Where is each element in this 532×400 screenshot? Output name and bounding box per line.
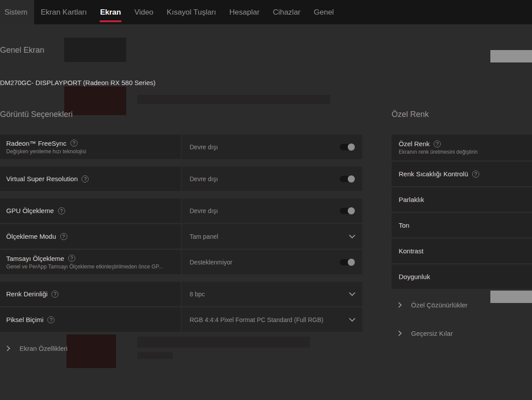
expander-label: Ekran Özellikleri [19,345,67,352]
integer-scaling-toggle[interactable] [340,259,354,265]
pixel-format-select[interactable]: RGB 4:4:4 Pixel Format PC Standard (Full… [182,307,362,332]
setting-row-color-depth: Renk Derinliği ? 8 bpc [0,282,362,306]
setting-row-scaling-mode: Ölçekleme Modu ? Tam panel [0,224,362,249]
tab-sistem[interactable]: Sistem [0,0,34,24]
tab-hesaplar[interactable]: Hesaplar [223,0,266,24]
setting-label: Ölçekleme Modu [6,233,56,240]
tab-video[interactable]: Video [128,0,160,24]
help-icon[interactable]: ? [82,175,89,183]
scaling-mode-select[interactable]: Tam panel [182,224,362,249]
setting-value: 8 bpc [190,291,205,298]
custom-color-list: Özel Renk ? Ekranın renk üretmesini deği… [392,135,532,290]
cut-off-button-top[interactable] [490,50,532,62]
setting-value: RGB 4:4:4 Pixel Format PC Standard (Full… [190,316,323,323]
background-artifact [137,337,310,348]
setting-row-integer-scaling: Tamsayı Ölçekleme ? Genel ve PerApp Tams… [0,250,362,274]
color-depth-label-cell: Renk Derinliği ? [0,282,181,306]
tab-kisayol-tuslari[interactable]: Kısayol Tuşları [160,0,223,24]
radeon-settings-window: Sistem Ekran Kartları Ekran Video Kısayo… [0,0,532,400]
main-nav: Sistem Ekran Kartları Ekran Video Kısayo… [0,0,532,24]
freesync-toggle[interactable] [340,144,354,150]
scaling-mode-label-cell: Ölçekleme Modu ? [0,224,181,249]
gpu-scaling-toggle[interactable] [340,208,354,214]
setting-value: Devre dışı [190,144,218,151]
tab-genel[interactable]: Genel [307,0,340,24]
setting-subtitle: Genel ve PerApp Tamsayı Ölçekleme etkinl… [6,264,171,270]
chevron-down-icon[interactable] [349,232,355,238]
chevron-right-icon [396,330,402,336]
setting-value: Desteklenmiyor [190,259,232,266]
setting-value: Devre dışı [190,175,218,183]
setting-value: Devre dışı [190,207,218,214]
chevron-right-icon [4,346,10,351]
toggle-knob [348,175,355,183]
background-artifact [64,38,126,62]
chevron-down-icon[interactable] [349,290,355,296]
help-icon[interactable]: ? [51,291,58,298]
cut-off-button-right[interactable] [490,291,532,303]
expander-label: Özel Çözünürlükler [411,301,468,309]
setting-row-color-temperature[interactable]: Renk Sıcaklığı Kontrolü ? [392,162,532,186]
vsr-label-cell: Virtual Super Resolution ? [0,167,181,191]
background-artifact [64,86,126,115]
setting-label: Radeon™ FreeSync [6,140,66,147]
setting-subtitle: Ekranın renk üretmesini değiştirin [399,149,531,155]
toggle-knob [348,259,355,266]
display-properties-expander[interactable]: Ekran Özellikleri [5,345,67,352]
setting-row-hue[interactable]: Ton [392,213,532,237]
setting-row-brightness[interactable]: Parlaklık [392,187,532,212]
setting-label: Tamsayı Ölçekleme [6,255,64,262]
setting-label: Virtual Super Resolution [6,175,78,183]
background-artifact [137,352,173,359]
section-title-display-options: Görüntü Seçenekleri [0,110,73,119]
custom-resolutions-expander[interactable]: Özel Çözünürlükler [397,301,468,309]
setting-row-custom-color[interactable]: Özel Renk ? Ekranın renk üretmesini deği… [392,135,532,160]
tab-ekran-kartlari[interactable]: Ekran Kartları [34,0,93,24]
freesync-value-cell: Devre dışı [182,135,362,159]
setting-label: Renk Derinliği [6,290,47,298]
setting-row-contrast[interactable]: Kontrast [392,239,532,263]
vsr-toggle[interactable] [340,176,354,182]
overrides-expander[interactable]: Geçersiz Kılar [397,330,453,337]
help-icon[interactable]: ? [58,207,65,214]
setting-row-virtual-super-resolution: Virtual Super Resolution ? Devre dışı [0,167,362,191]
setting-label: Kontrast [399,247,423,255]
setting-subtitle: Değişken yenileme hızı teknolojisi [6,148,171,155]
display-options-list: Radeon™ FreeSync ? Değişken yenileme hız… [0,135,362,333]
chevron-down-icon[interactable] [349,315,355,322]
gpu-scaling-value-cell: Devre dışı [182,198,362,223]
setting-row-saturation[interactable]: Doygunluk [392,264,532,289]
setting-label: Ton [399,221,409,229]
setting-label: Doygunluk [399,273,430,280]
help-icon[interactable]: ? [70,140,78,147]
vsr-value-cell: Devre dışı [182,167,362,191]
toggle-knob [348,144,355,151]
expander-label: Geçersiz Kılar [411,330,453,337]
pixel-format-label-cell: Piksel Biçimi ? [0,307,181,332]
integer-scaling-label-cell: Tamsayı Ölçekleme ? Genel ve PerApp Tams… [0,250,181,274]
toggle-knob [348,207,355,214]
background-artifact [137,95,330,104]
tab-ekran[interactable]: Ekran [93,0,128,24]
color-depth-select[interactable]: 8 bpc [182,282,362,306]
setting-label: Özel Renk [399,140,430,148]
page-title: Genel Ekran [0,46,44,55]
setting-label: Renk Sıcaklığı Kontrolü [399,170,468,178]
section-title-custom-color: Özel Renk [392,110,429,119]
help-icon[interactable]: ? [60,233,67,240]
setting-label: Piksel Biçimi [6,316,43,323]
gpu-scaling-label-cell: GPU Ölçekleme ? [0,198,181,223]
background-artifact [66,334,116,368]
setting-label: GPU Ölçekleme [6,207,54,214]
help-icon[interactable]: ? [434,140,441,148]
setting-row-gpu-scaling: GPU Ölçekleme ? Devre dışı [0,198,362,223]
help-icon[interactable]: ? [47,316,54,323]
chevron-right-icon [396,302,402,308]
help-icon[interactable]: ? [472,171,479,178]
display-name: DM270GC- DISPLAYPORT (Radeon RX 580 Seri… [0,79,155,86]
setting-label: Parlaklık [399,196,424,203]
integer-scaling-value-cell: Desteklenmiyor [182,250,362,274]
setting-row-freesync: Radeon™ FreeSync ? Değişken yenileme hız… [0,135,362,159]
tab-cihazlar[interactable]: Cihazlar [266,0,307,24]
help-icon[interactable]: ? [68,255,75,262]
